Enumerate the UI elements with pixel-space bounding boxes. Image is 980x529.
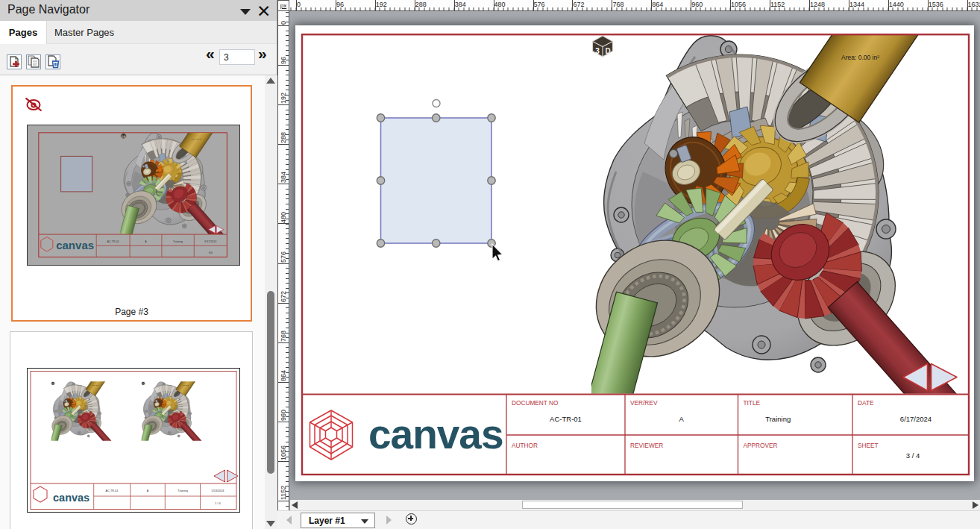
svg-text:AC-TR-01: AC-TR-01 [105, 489, 118, 492]
svg-text:TITLE: TITLE [744, 399, 761, 407]
svg-text:5/13/2024: 5/13/2024 [212, 489, 224, 492]
svg-text:D: D [605, 47, 610, 55]
svg-text:3/4: 3/4 [209, 251, 213, 254]
svg-text:A: A [679, 415, 685, 423]
svg-text:VER/REV: VER/REV [630, 399, 658, 407]
svg-text:Area: 0.00 in²: Area: 0.00 in² [841, 54, 879, 61]
svg-text:APPROVER: APPROVER [744, 442, 778, 449]
svg-text:Training: Training [173, 240, 183, 243]
svg-text:Training: Training [765, 415, 791, 423]
svg-text:3: 3 [595, 47, 600, 55]
svg-text:canvas: canvas [53, 492, 89, 504]
svg-text:6/17/2024: 6/17/2024 [204, 240, 216, 243]
svg-text:DOCUMENT NO: DOCUMENT NO [512, 399, 559, 407]
svg-text:DATE: DATE [858, 399, 874, 407]
svg-text:REVIEWER: REVIEWER [630, 442, 663, 449]
svg-text:AC-TR-01: AC-TR-01 [107, 240, 119, 243]
svg-text:1 / 4: 1 / 4 [215, 502, 220, 505]
svg-text:canvas: canvas [368, 411, 503, 457]
svg-text:AUTHOR: AUTHOR [512, 442, 538, 449]
svg-text:A: A [147, 489, 149, 492]
svg-text:AC-TR-01: AC-TR-01 [550, 415, 582, 423]
svg-text:3 / 4: 3 / 4 [906, 451, 920, 460]
svg-text:6/17/2024: 6/17/2024 [900, 415, 932, 423]
svg-text:canvas: canvas [56, 239, 94, 251]
svg-text:SHEET: SHEET [858, 442, 879, 449]
svg-text:Training: Training [178, 489, 188, 492]
